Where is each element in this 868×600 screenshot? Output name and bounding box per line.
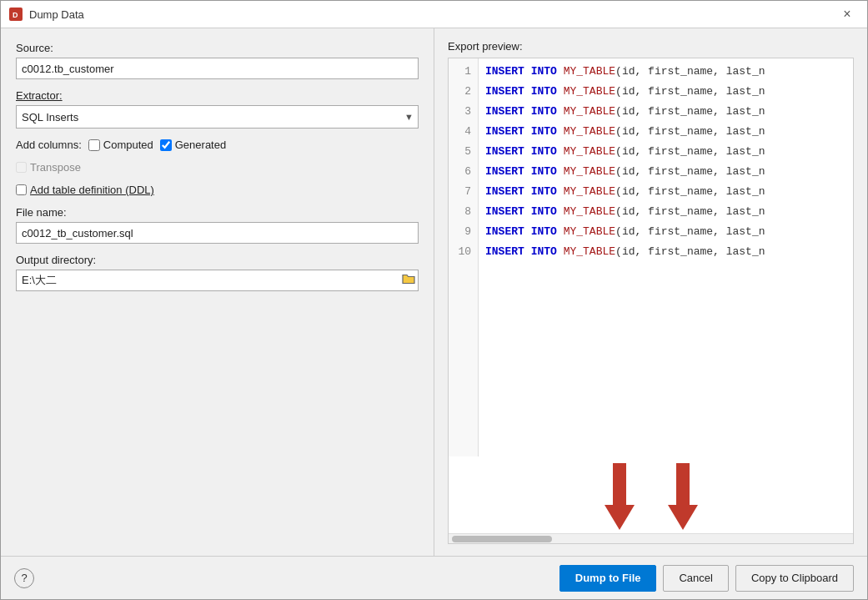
title-bar: D Dump Data × xyxy=(1,1,867,28)
code-line-6: INSERT INTO MY_TABLE(id, first_name, las… xyxy=(485,162,846,182)
copy-to-clipboard-button[interactable]: Copy to Clipboard xyxy=(735,565,854,592)
line-num-5: 5 xyxy=(455,142,471,162)
horizontal-scrollbar[interactable] xyxy=(449,533,853,543)
line-num-1: 1 xyxy=(455,62,471,82)
code-line-3: INSERT INTO MY_TABLE(id, first_name, las… xyxy=(485,102,846,122)
ddl-checkbox[interactable] xyxy=(16,184,27,195)
svg-marker-3 xyxy=(668,463,698,530)
generated-label: Generated xyxy=(175,139,226,151)
extractor-select[interactable]: SQL Inserts xyxy=(16,105,419,129)
line-num-10: 10 xyxy=(455,242,471,262)
dialog-footer: ? Dump to File Cancel Copy to Clipboard xyxy=(1,556,867,599)
computed-label: Computed xyxy=(103,139,153,151)
help-button[interactable]: ? xyxy=(14,568,34,588)
dialog-title: Dump Data xyxy=(29,8,835,21)
file-name-group: File name: xyxy=(16,206,419,244)
source-input[interactable] xyxy=(16,58,419,79)
arrows-area xyxy=(449,456,853,533)
export-preview-label: Export preview: xyxy=(448,40,854,53)
line-num-7: 7 xyxy=(455,182,471,202)
code-line-1: INSERT INTO MY_TABLE(id, first_name, las… xyxy=(485,62,846,82)
ddl-row: Add table definition (DDL) xyxy=(16,184,419,196)
line-num-6: 6 xyxy=(455,162,471,182)
cancel-button[interactable]: Cancel xyxy=(663,565,728,592)
line-num-9: 9 xyxy=(455,222,471,242)
down-arrow-right xyxy=(668,463,698,530)
add-columns-row: Add columns: Computed Generated xyxy=(16,139,419,151)
code-area: 1 2 3 4 5 6 7 8 9 10 INSERT INTO MY_TABL… xyxy=(448,58,854,544)
dump-data-dialog: D Dump Data × Source: Extractor: SQL Ins… xyxy=(0,0,868,600)
line-num-3: 3 xyxy=(455,102,471,122)
dialog-icon: D xyxy=(9,8,23,21)
left-panel: Source: Extractor: SQL Inserts ▼ Add col… xyxy=(1,28,434,556)
code-line-9: INSERT INTO MY_TABLE(id, first_name, las… xyxy=(485,222,846,242)
generated-checkbox[interactable] xyxy=(160,139,172,151)
transpose-checkbox xyxy=(16,162,27,173)
line-num-4: 4 xyxy=(455,122,471,142)
code-lines: INSERT INTO MY_TABLE(id, first_name, las… xyxy=(479,58,853,456)
extractor-select-wrapper: SQL Inserts ▼ xyxy=(16,105,419,129)
line-num-8: 8 xyxy=(455,202,471,222)
close-button[interactable]: × xyxy=(835,6,859,23)
line-num-2: 2 xyxy=(455,82,471,102)
code-line-5: INSERT INTO MY_TABLE(id, first_name, las… xyxy=(485,142,846,162)
add-columns-label: Add columns: xyxy=(16,139,82,151)
transpose-row: Transpose xyxy=(16,161,419,174)
footer-left: ? xyxy=(14,568,34,588)
scrollbar-thumb[interactable] xyxy=(452,536,552,542)
output-dir-wrapper xyxy=(16,270,419,291)
dump-to-file-button[interactable]: Dump to File xyxy=(559,565,657,592)
line-numbers: 1 2 3 4 5 6 7 8 9 10 xyxy=(449,58,479,456)
file-name-input[interactable] xyxy=(16,222,419,244)
output-dir-label: Output directory: xyxy=(16,254,419,266)
right-panel: Export preview: 1 2 3 4 5 6 7 8 9 10 xyxy=(434,28,867,556)
svg-marker-2 xyxy=(605,463,635,530)
computed-checkbox[interactable] xyxy=(88,139,100,151)
dialog-body: Source: Extractor: SQL Inserts ▼ Add col… xyxy=(1,28,867,556)
output-dir-input[interactable] xyxy=(16,270,419,291)
file-name-label: File name: xyxy=(16,206,419,219)
svg-text:D: D xyxy=(13,11,18,19)
code-line-7: INSERT INTO MY_TABLE(id, first_name, las… xyxy=(485,182,846,202)
down-arrow-left xyxy=(605,463,635,530)
code-line-8: INSERT INTO MY_TABLE(id, first_name, las… xyxy=(485,202,846,222)
ddl-label[interactable]: Add table definition (DDL) xyxy=(30,184,154,196)
computed-checkbox-label[interactable]: Computed xyxy=(88,139,153,151)
transpose-label: Transpose xyxy=(30,161,81,174)
source-label: Source: xyxy=(16,42,419,54)
code-content: 1 2 3 4 5 6 7 8 9 10 INSERT INTO MY_TABL… xyxy=(449,58,853,456)
code-line-10: INSERT INTO MY_TABLE(id, first_name, las… xyxy=(485,242,846,262)
browse-folder-button[interactable] xyxy=(400,272,417,290)
output-dir-group: Output directory: xyxy=(16,254,419,291)
extractor-label: Extractor: xyxy=(16,89,419,102)
code-line-4: INSERT INTO MY_TABLE(id, first_name, las… xyxy=(485,122,846,142)
code-line-2: INSERT INTO MY_TABLE(id, first_name, las… xyxy=(485,82,846,102)
source-group: Source: xyxy=(16,42,419,79)
footer-right: Dump to File Cancel Copy to Clipboard xyxy=(559,565,854,592)
generated-checkbox-label[interactable]: Generated xyxy=(160,139,226,151)
extractor-group: Extractor: SQL Inserts ▼ xyxy=(16,89,419,129)
